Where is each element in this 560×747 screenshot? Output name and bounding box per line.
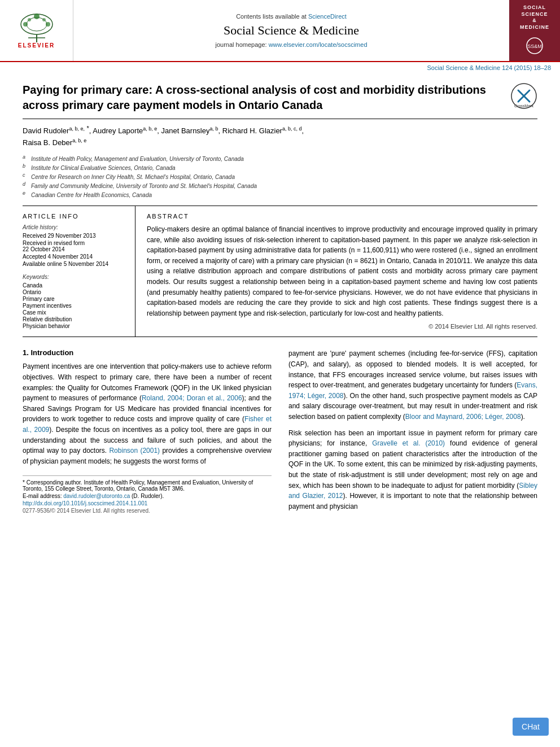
affil-e: e Canadian Centre for Health Economics, …	[23, 191, 537, 199]
body-left-col: 1. Introduction Payment incentives are o…	[23, 348, 272, 517]
ref-fisher[interactable]: Fisher et al., 2009	[23, 415, 272, 434]
crossmark-badge[interactable]: CrossMark	[510, 82, 537, 110]
article-info-col: ARTICLE INFO Article history: Received 2…	[23, 206, 135, 337]
svg-point-7	[28, 18, 31, 21]
badge-icon: SS&M	[526, 37, 544, 55]
keywords-section: Keywords: Canada Ontario Primary care Pa…	[23, 274, 126, 329]
abstract-text: Policy-makers desire an optimal balance …	[147, 224, 537, 318]
doi-line[interactable]: http://dx.doi.org/10.1016/j.socscimed.20…	[23, 500, 272, 506]
keyword-payment: Payment incentives	[23, 303, 126, 309]
intro-heading: 1. Introduction	[23, 348, 272, 357]
ref-roland[interactable]: Roland, 2004; Doran et al., 2006	[142, 394, 242, 402]
authors-line-2: Raisa B. Debera, b, e	[23, 138, 537, 147]
keyword-case-mix: Case mix	[23, 309, 126, 316]
authors-line: David Rudolera, b, e, *, Audrey Laportea…	[23, 125, 537, 135]
journal-center: Contents lists available at ScienceDirec…	[73, 0, 509, 61]
keywords-label: Keywords:	[23, 274, 126, 280]
issn-line: 0277-9536/© 2014 Elsevier Ltd. All right…	[23, 508, 272, 514]
keyword-ontario: Ontario	[23, 289, 126, 295]
footnote-star: * Corresponding author. Institute of Hea…	[23, 479, 272, 492]
copyright-line: © 2014 Elsevier Ltd. All rights reserved…	[147, 323, 537, 330]
ref-gravelle[interactable]: Gravelle et al. (2010)	[372, 439, 445, 447]
affil-b: b Institute for Clinical Evaluative Scie…	[23, 164, 537, 172]
chat-button[interactable]: CHat	[513, 718, 549, 736]
authors-section: David Rudolera, b, e, *, Audrey Laportea…	[23, 119, 537, 151]
keyword-relative: Relative distribution	[23, 316, 126, 322]
article-title: Paying for primary care: A cross-section…	[23, 82, 537, 113]
available-date: Available online 5 November 2014	[23, 261, 126, 267]
elsevier-tree-icon	[17, 13, 56, 42]
svg-text:SS&M: SS&M	[527, 43, 542, 49]
intro-para3: Risk selection has been an important iss…	[288, 428, 537, 512]
elsevier-label: ELSEVIER	[18, 42, 55, 49]
svg-point-8	[42, 18, 46, 21]
svg-point-5	[46, 22, 50, 27]
footnote-email: E-mail address: david.rudoler@utoronto.c…	[23, 493, 272, 499]
svg-point-4	[23, 22, 28, 27]
affil-a: a Institute of Health Policy, Management…	[23, 155, 537, 163]
ref-robinson[interactable]: Robinson (2001)	[109, 447, 160, 455]
article-title-section: Paying for primary care: A cross-section…	[23, 72, 537, 119]
journal-title-header: Social Science & Medicine	[224, 23, 359, 38]
email-link[interactable]: david.rudoler@utoronto.ca	[63, 493, 130, 499]
keyword-canada: Canada	[23, 282, 126, 289]
elsevier-logo: ELSEVIER	[0, 0, 73, 61]
article-info-abstract: ARTICLE INFO Article history: Received 2…	[23, 206, 537, 337]
badge-title: SOCIALSCIENCE&MEDICINE	[520, 5, 549, 31]
contents-line: Contents lists available at ScienceDirec…	[236, 13, 347, 20]
sciencedirect-link[interactable]: ScienceDirect	[308, 13, 347, 20]
svg-point-6	[34, 14, 40, 19]
journal-issue-bar: Social Science & Medicine 124 (2015) 18–…	[0, 62, 560, 72]
abstract-label: ABSTRACT	[147, 213, 537, 220]
body-content: 1. Introduction Payment incentives are o…	[23, 337, 537, 517]
homepage-link[interactable]: www.elsevier.com/locate/socscimed	[269, 41, 368, 48]
affiliations: a Institute of Health Policy, Management…	[23, 155, 537, 206]
journal-header: ELSEVIER Contents lists available at Sci…	[0, 0, 560, 62]
homepage-line: journal homepage: www.elsevier.com/locat…	[215, 41, 367, 48]
intro-para1: Payment incentives are one intervention …	[23, 361, 272, 466]
history-label: Article history:	[23, 224, 126, 230]
affil-d: d Family and Community Medicine, Univers…	[23, 182, 537, 190]
accepted-date: Accepted 4 November 2014	[23, 254, 126, 260]
intro-para2: payment are 'pure' payment schemes (incl…	[288, 348, 537, 422]
affil-c: c Centre for Research on Inner City Heal…	[23, 173, 537, 181]
revised-date: Received in revised form22 October 2014	[23, 240, 126, 252]
journal-badge: SOCIALSCIENCE&MEDICINE SS&M	[509, 0, 560, 61]
body-two-col: 1. Introduction Payment incentives are o…	[23, 348, 537, 517]
body-right-col: payment are 'pure' payment schemes (incl…	[288, 348, 537, 517]
keyword-primary-care: Primary care	[23, 296, 126, 302]
journal-issue-text: Social Science & Medicine 124 (2015) 18–…	[427, 64, 551, 71]
crossmark-icon: CrossMark	[510, 82, 537, 110]
main-content: Paying for primary care: A cross-section…	[0, 72, 560, 517]
ref-sibley[interactable]: Sibley and Glazier, 2012	[288, 482, 537, 500]
article-info-label: ARTICLE INFO	[23, 213, 126, 220]
ref-bloor[interactable]: Bloor and Maynard, 2006; Léger, 2008	[405, 413, 521, 421]
ref-evans[interactable]: Evans, 1974; Léger, 2008	[288, 381, 537, 400]
abstract-col: ABSTRACT Policy-makers desire an optimal…	[135, 206, 537, 337]
received-date: Received 29 November 2013	[23, 233, 126, 239]
footnote-area: * Corresponding author. Institute of Hea…	[23, 475, 272, 514]
svg-text:CrossMark: CrossMark	[514, 104, 533, 108]
keyword-physician: Physician behavior	[23, 323, 126, 329]
